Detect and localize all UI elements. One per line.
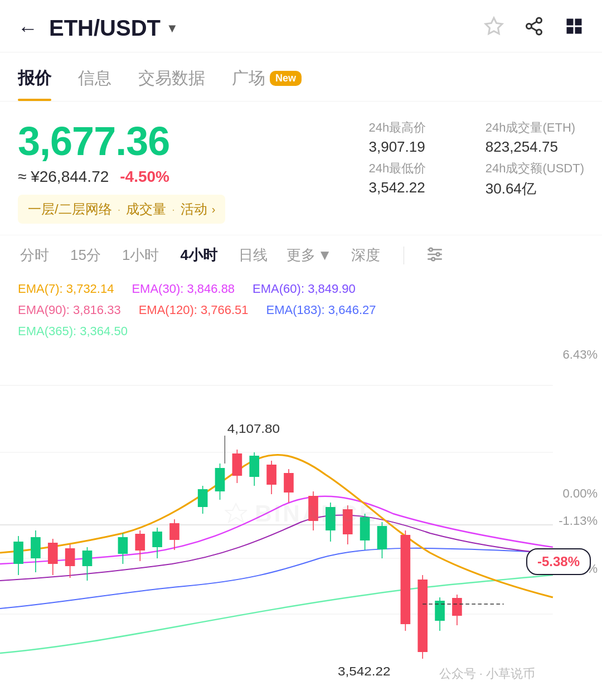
ema-60: EMA(60): 3,849.90	[253, 282, 356, 296]
pct-label-top: 6.43%	[563, 347, 598, 362]
tab-square[interactable]: 广场 New	[232, 52, 302, 101]
svg-rect-51	[266, 465, 276, 485]
svg-rect-7	[575, 18, 582, 25]
current-price: 3,677.36	[18, 119, 347, 163]
stat-24h-vol-usdt: 24h成交额(USDT) 30.64亿	[486, 160, 584, 199]
tab-price[interactable]: 报价	[18, 52, 51, 101]
stat-24h-vol-usdt-label: 24h成交额(USDT)	[486, 160, 584, 177]
stat-24h-high-value: 3,907.19	[369, 138, 468, 156]
timeframe-15m[interactable]: 15分	[68, 241, 103, 269]
svg-line-4	[531, 27, 537, 31]
chart-settings-icon[interactable]	[425, 245, 444, 266]
svg-rect-9	[575, 27, 582, 33]
stat-24h-low: 24h最低价 3,542.22	[369, 160, 468, 199]
timeframe-1h[interactable]: 1小时	[120, 241, 161, 269]
price-left: 3,677.36 ≈ ¥26,844.72 -4.50% 一层/二层网络 · 成…	[18, 119, 347, 224]
timeframe-tick[interactable]: 分时	[18, 241, 51, 269]
svg-rect-41	[198, 489, 208, 507]
header: ← ETH/USDT ▼	[0, 0, 602, 52]
price-stats: 24h最高价 3,907.19 24h成交量(ETH) 823,254.75 2…	[369, 119, 585, 224]
svg-rect-37	[152, 532, 162, 547]
stat-24h-low-value: 3,542.22	[369, 179, 468, 196]
svg-rect-53	[284, 473, 294, 493]
ema-183: EMA(183): 3,646.27	[266, 303, 376, 317]
timeframe-daily[interactable]: 日线	[236, 241, 270, 269]
tab-trading-data[interactable]: 交易数据	[138, 52, 205, 101]
svg-rect-8	[567, 27, 574, 33]
tag-activity: 活动	[181, 200, 207, 218]
svg-rect-6	[567, 18, 574, 25]
chart-controls: 分时 15分 1小时 4小时 日线 更多 ▼ 深度	[0, 235, 602, 275]
pair-name: ETH/USDT	[49, 16, 161, 41]
svg-rect-27	[48, 543, 58, 564]
ema-90: EMA(90): 3,816.33	[18, 303, 121, 317]
ema-30: EMA(30): 3,846.88	[132, 282, 235, 296]
svg-rect-33	[118, 537, 128, 554]
stat-24h-vol-eth-label: 24h成交量(ETH)	[486, 119, 584, 136]
svg-point-2	[527, 23, 532, 28]
ema-7: EMA(7): 3,732.14	[18, 282, 114, 296]
price-badge: -5.38%	[526, 548, 591, 575]
pct-label-mid2: -1.13%	[559, 514, 598, 528]
ema-labels: EMA(7): 3,732.14 EMA(30): 3,846.88 EMA(6…	[0, 275, 602, 341]
ema-120: EMA(120): 3,766.51	[139, 303, 249, 317]
svg-line-5	[531, 21, 537, 25]
back-button[interactable]: ←	[18, 17, 38, 40]
tab-bar: 报价 信息 交易数据 广场 New	[0, 52, 602, 102]
svg-rect-67	[417, 580, 428, 652]
svg-text:4,107.80: 4,107.80	[227, 422, 280, 436]
svg-point-13	[429, 248, 433, 251]
svg-rect-49	[249, 456, 259, 477]
svg-rect-47	[232, 453, 242, 476]
price-section: 3,677.36 ≈ ¥26,844.72 -4.50% 一层/二层网络 · 成…	[0, 102, 602, 235]
svg-rect-43	[215, 468, 225, 491]
bottom-watermark: 公众号 · 小草说币	[439, 665, 535, 682]
share-icon[interactable]	[524, 16, 544, 41]
stat-24h-vol-eth-value: 823,254.75	[486, 138, 584, 156]
ema-365: EMA(365): 3,364.50	[18, 324, 128, 339]
new-badge: New	[270, 71, 302, 86]
timeframe-4h[interactable]: 4小时	[178, 241, 219, 269]
price-tags[interactable]: 一层/二层网络 · 成交量 · 活动 ›	[18, 195, 225, 224]
svg-rect-39	[169, 523, 179, 540]
separator	[404, 247, 404, 264]
cny-price: ≈ ¥26,844.72	[18, 168, 109, 186]
svg-rect-29	[65, 548, 75, 566]
stat-24h-high-label: 24h最高价	[369, 119, 468, 136]
layout-icon[interactable]	[564, 16, 584, 41]
svg-rect-31	[82, 551, 93, 566]
depth-view[interactable]: 深度	[349, 241, 382, 269]
stat-24h-high: 24h最高价 3,907.19	[369, 119, 468, 156]
stat-24h-low-label: 24h最低价	[369, 160, 468, 177]
watermark: BINANCE	[225, 500, 377, 527]
stat-24h-vol-eth: 24h成交量(ETH) 823,254.75	[486, 119, 584, 156]
svg-rect-35	[135, 534, 145, 551]
timeframe-more[interactable]: 更多 ▼	[287, 245, 332, 265]
header-actions	[484, 16, 584, 41]
tag-sep-1: ·	[118, 203, 121, 216]
pair-dropdown-arrow[interactable]: ▼	[166, 21, 178, 36]
price-change-pct: -4.50%	[120, 168, 169, 186]
chart-area[interactable]: 4,107.80 3,542.2	[0, 341, 602, 687]
svg-point-15	[431, 257, 435, 260]
svg-text:3,542.22: 3,542.22	[338, 664, 390, 678]
price-sub-info: ≈ ¥26,844.72 -4.50%	[18, 168, 347, 186]
tab-info[interactable]: 信息	[78, 52, 111, 101]
tag-volume: 成交量	[126, 200, 166, 218]
stat-24h-vol-usdt-value: 30.64亿	[486, 179, 584, 199]
svg-rect-71	[452, 598, 462, 616]
tag-sep-2: ·	[172, 203, 175, 216]
svg-rect-25	[31, 537, 41, 558]
favorite-icon[interactable]	[484, 16, 504, 41]
svg-marker-0	[486, 18, 502, 34]
svg-point-3	[537, 30, 542, 35]
svg-rect-23	[13, 542, 23, 564]
svg-point-1	[537, 18, 542, 23]
svg-marker-74	[225, 504, 246, 522]
tag-layer: 一层/二层网络	[28, 200, 112, 218]
tags-arrow: ›	[212, 203, 216, 216]
pct-label-mid1: 0.00%	[563, 486, 598, 501]
trading-pair-title: ETH/USDT ▼	[49, 16, 484, 41]
svg-rect-63	[377, 526, 387, 549]
svg-point-14	[436, 253, 439, 256]
